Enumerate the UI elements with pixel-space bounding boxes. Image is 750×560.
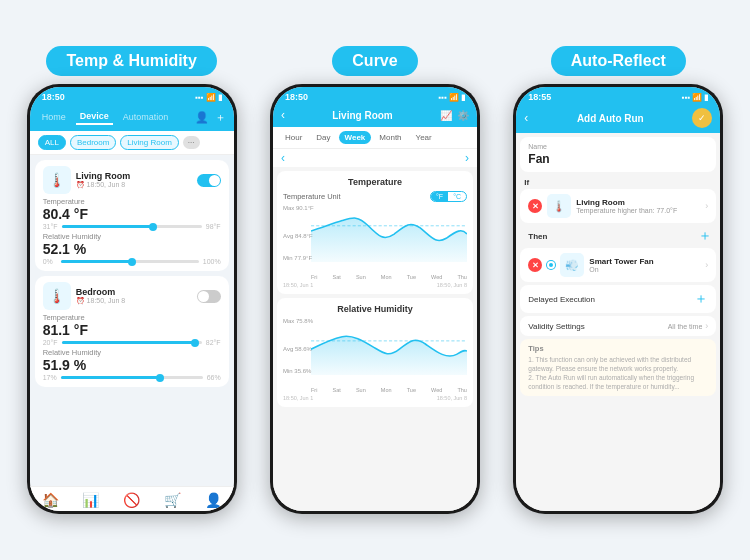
bedroom-humidity-value: 51.9 % (43, 357, 221, 373)
action-info: Smart Tower Fan On (589, 257, 700, 273)
status-bar-2: 18:50 ▪▪▪ 📶 ▮ (273, 87, 477, 105)
condition-device-name: Living Room (576, 198, 700, 207)
condition-chevron-icon[interactable]: › (705, 201, 708, 211)
bedroom-temp-min: 20°F (43, 339, 58, 346)
time-tab-bar: Hour Day Week Month Year (273, 127, 477, 149)
device-list: 🌡️ Living Room ⏰ 18:50, Jun 8 Temperatur… (30, 155, 234, 486)
temp-chart-area: Max 90.1°F Avg 84.8°F Min 77.9°F (283, 205, 467, 280)
h-x-fri: Fri (311, 387, 317, 393)
next-period-btn[interactable]: › (465, 151, 469, 165)
temp-chart-svg (311, 205, 467, 262)
battery-icon-3: ▮ (704, 93, 708, 102)
temp-min-label: Min 77.9°F (283, 255, 312, 261)
status-time-2: 18:50 (285, 92, 308, 102)
remove-condition-btn[interactable]: ✕ (528, 199, 542, 213)
tips-section: Tips 1. This function can only be achiev… (520, 339, 716, 396)
temp-avg-label: Avg 84.8°F (283, 233, 313, 239)
status-icons-1: ▪▪▪ 📶 ▮ (195, 93, 222, 102)
nav-device[interactable]: Device (76, 109, 113, 125)
add-icon[interactable]: ＋ (215, 110, 226, 125)
humidity-chart-area: Max 75.8% Avg 58.6% Min 35.6% (283, 318, 467, 393)
living-humidity-min: 0% (43, 258, 57, 265)
tab-year[interactable]: Year (410, 131, 438, 144)
app-container: Temp & Humidity 18:50 ▪▪▪ 📶 ▮ Home Devic… (0, 36, 750, 524)
action-device-icon: 💨 (560, 253, 584, 277)
name-field-value[interactable]: Fan (528, 152, 708, 166)
bedroom-temp-max: 82°F (206, 339, 221, 346)
profile-tab-icon[interactable]: 👤 (205, 492, 222, 508)
h-x-mon: Mon (381, 387, 392, 393)
validity-value: All the time (668, 323, 703, 330)
living-temp-value: 80.4 °F (43, 206, 221, 222)
home-tab-icon[interactable]: 🏠 (42, 492, 59, 508)
unit-f[interactable]: °F (431, 192, 448, 201)
settings-icon[interactable]: ⚙️ (457, 110, 469, 121)
bedroom-humidity-slider: 17% 66% (43, 374, 221, 381)
name-field-label: Name (528, 143, 708, 150)
tab-week[interactable]: Week (339, 131, 372, 144)
stats-tab-icon[interactable]: 📊 (82, 492, 99, 508)
auto-content: Name Fan If ✕ 🌡️ Living Room Temperature… (516, 133, 720, 511)
bedroom-humidity-min: 17% (43, 374, 57, 381)
living-humidity-value: 52.1 % (43, 241, 221, 257)
filter-all[interactable]: ALL (38, 135, 66, 150)
user-icon[interactable]: 👤 (195, 111, 209, 124)
cart-tab-icon[interactable]: 🛒 (164, 492, 181, 508)
living-humidity-slider: 0% 100% (43, 258, 221, 265)
bottom-bar-1: 🏠 📊 🚫 🛒 👤 (30, 486, 234, 511)
nav-bar-1: Home Device Automation 👤 ＋ (30, 105, 234, 131)
action-chevron-icon[interactable]: › (705, 260, 708, 270)
temp-x-labels: Fri Sat Sun Mon Tue Wed Thu (311, 274, 467, 280)
tab-day[interactable]: Day (310, 131, 336, 144)
if-condition-row: ✕ 🌡️ Living Room Temperature higher than… (520, 189, 716, 223)
chart-icon[interactable]: 📈 (440, 110, 452, 121)
unit-toggle: °F °C (430, 191, 467, 202)
status-bar-1: 18:50 ▪▪▪ 📶 ▮ (30, 87, 234, 105)
humidity-date-range: 18:50, Jun 1 18:50, Jun 8 (283, 395, 467, 401)
validity-right: All the time › (668, 321, 709, 331)
temp-max-label: Max 90.1°F (283, 205, 314, 211)
add-then-btn[interactable]: ＋ (698, 227, 712, 245)
filter-livingroom[interactable]: Living Room (120, 135, 178, 150)
h-x-sat: Sat (333, 387, 341, 393)
then-section-label: Then (524, 230, 551, 243)
filter-bedroom[interactable]: Bedroom (70, 135, 116, 150)
signal-icon-2: ▪▪▪ (438, 93, 447, 102)
chart-nav-bar: ‹ › (273, 149, 477, 167)
humidity-chart-svg (311, 318, 467, 375)
nav-home[interactable]: Home (38, 110, 70, 124)
filter-more[interactable]: ··· (183, 136, 200, 149)
bedroom-humidity-label: Relative Humidity (43, 348, 221, 357)
device-info-living: Living Room ⏰ 18:50, Jun 8 (76, 171, 192, 189)
back-icon-2[interactable]: ‹ (281, 108, 285, 122)
wifi-icon-3: 📶 (692, 93, 702, 102)
signal-icon: ▪▪▪ (195, 93, 204, 102)
x-sat: Sat (333, 274, 341, 280)
temp-humidity-label: Temp & Humidity (46, 46, 216, 76)
humidity-x-labels: Fri Sat Sun Mon Tue Wed Thu (311, 387, 467, 393)
unit-c[interactable]: °C (448, 192, 466, 201)
action-detail: On (589, 266, 700, 273)
add-delayed-btn[interactable]: ＋ (694, 290, 708, 308)
device-icon-living: 🌡️ (43, 166, 71, 194)
forbidden-tab-icon[interactable]: 🚫 (123, 492, 140, 508)
bedroom-toggle[interactable] (197, 290, 221, 303)
validity-chevron-icon[interactable]: › (705, 321, 708, 331)
temp-humidity-section: Temp & Humidity 18:50 ▪▪▪ 📶 ▮ Home Devic… (16, 46, 247, 514)
remove-action-btn[interactable]: ✕ (528, 258, 542, 272)
humidity-chart-title: Relative Humidity (283, 304, 467, 314)
nav-automation[interactable]: Automation (119, 110, 173, 124)
back-icon-3[interactable]: ‹ (524, 111, 528, 125)
tab-month[interactable]: Month (373, 131, 407, 144)
auto-nav: ‹ Add Auto Run ✓ (516, 105, 720, 133)
humidity-date-end: 18:50, Jun 8 (437, 395, 467, 401)
living-room-toggle[interactable] (197, 174, 221, 187)
action-indicator (547, 261, 555, 269)
bedroom-temp-value: 81.1 °F (43, 322, 221, 338)
tab-hour[interactable]: Hour (279, 131, 308, 144)
bedroom-temp-slider: 20°F 82°F (43, 339, 221, 346)
bedroom-name: Bedroom (76, 287, 192, 297)
confirm-button[interactable]: ✓ (692, 108, 712, 128)
prev-period-btn[interactable]: ‹ (281, 151, 285, 165)
delayed-label: Delayed Execution (528, 295, 595, 304)
